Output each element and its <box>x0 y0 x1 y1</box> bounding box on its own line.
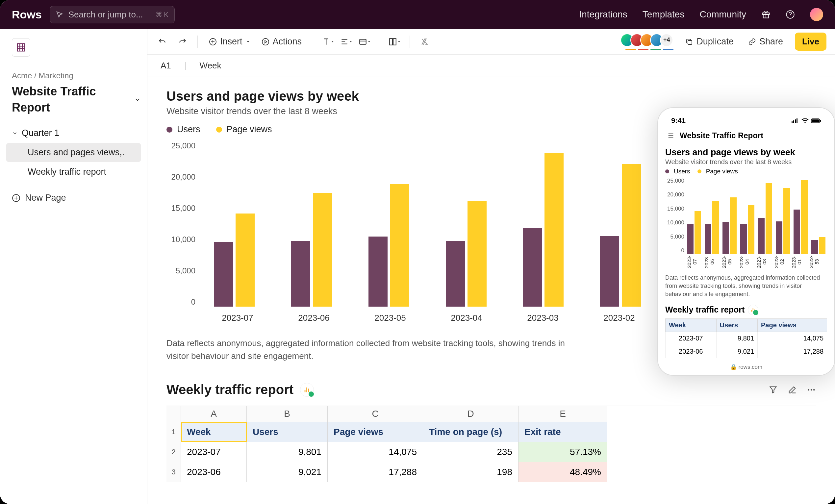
table-title: Weekly traffic report <box>166 382 293 397</box>
sidebar-section-quarter1[interactable]: Quarter 1 <box>6 123 141 143</box>
cell[interactable]: Page views <box>328 422 423 442</box>
cell-ref[interactable]: A1 <box>161 61 171 71</box>
svg-rect-20 <box>820 120 821 122</box>
nav-integrations[interactable]: Integrations <box>579 9 627 20</box>
svg-point-11 <box>808 389 810 390</box>
plus-circle-icon <box>12 194 20 202</box>
more-icon[interactable] <box>807 385 816 395</box>
svg-rect-14 <box>792 121 793 123</box>
battery-icon <box>811 118 821 123</box>
cell[interactable]: 57.13% <box>518 442 607 462</box>
section-label: Quarter 1 <box>22 128 59 138</box>
analytics-badge-icon <box>300 383 314 397</box>
cell[interactable]: Week <box>181 422 247 442</box>
col-header[interactable]: B <box>247 406 328 422</box>
phone-title: Website Traffic Report <box>680 131 763 140</box>
svg-point-6 <box>262 39 269 45</box>
top-nav: Integrations Templates Community <box>579 8 823 21</box>
doc-title[interactable]: Website Traffic Report <box>12 84 131 116</box>
nav-community[interactable]: Community <box>699 9 746 20</box>
help-icon[interactable] <box>786 10 795 19</box>
data-table[interactable]: A B C D E 1 Week Users Page views Time o… <box>166 406 816 482</box>
svg-rect-10 <box>688 40 692 44</box>
search-box[interactable]: Search or jump to... ⌘ K <box>50 6 175 23</box>
caret-down-icon <box>12 130 18 136</box>
avatar-more: +4 <box>660 34 673 47</box>
svg-point-12 <box>811 389 812 390</box>
actions-button[interactable]: Actions <box>259 34 305 49</box>
cell[interactable]: 48.49% <box>518 462 607 482</box>
svg-rect-16 <box>795 119 796 123</box>
phone-chart-sub: Website visitor trends over the last 8 w… <box>665 158 827 166</box>
sidebar-item-users-pages[interactable]: Users and pages views,. <box>6 143 141 162</box>
svg-rect-15 <box>793 120 794 123</box>
plus-circle-icon <box>209 38 217 46</box>
svg-point-13 <box>813 389 815 390</box>
svg-rect-8 <box>389 39 392 45</box>
formula-bar: A1 | Week <box>147 55 835 77</box>
chevron-down-icon[interactable] <box>134 96 141 103</box>
cell[interactable]: Users <box>247 422 328 442</box>
phone-chart-title: Users and page views by week <box>665 147 827 158</box>
cell[interactable]: 14,075 <box>328 442 423 462</box>
share-label: Share <box>759 37 783 47</box>
undo-button[interactable] <box>156 36 168 48</box>
nav-templates[interactable]: Templates <box>643 9 685 20</box>
svg-rect-17 <box>796 118 797 123</box>
legend-users: Users <box>177 124 200 135</box>
toolbar: Insert Actions +4 <box>147 29 835 55</box>
search-placeholder: Search or jump to... <box>68 9 143 20</box>
gift-icon[interactable] <box>761 10 771 19</box>
clear-format-button[interactable] <box>419 36 431 48</box>
edit-icon[interactable] <box>788 385 797 395</box>
col-header[interactable]: D <box>423 406 518 422</box>
format-button[interactable] <box>359 36 371 48</box>
cell[interactable]: Exit rate <box>518 422 607 442</box>
search-icon <box>56 11 63 18</box>
cell[interactable]: 17,288 <box>328 462 423 482</box>
sidebar: Acme / Marketing Website Traffic Report … <box>0 29 147 504</box>
col-header[interactable]: A <box>181 406 247 422</box>
spreadsheet-icon[interactable] <box>12 38 30 57</box>
align-button[interactable] <box>340 36 353 48</box>
cell[interactable]: 2023-06 <box>181 462 247 482</box>
cell[interactable]: 235 <box>423 442 518 462</box>
analytics-badge-icon <box>748 305 758 315</box>
insert-button[interactable]: Insert <box>206 34 253 49</box>
filter-icon[interactable] <box>769 385 778 395</box>
legend-pageviews: Page views <box>227 124 272 135</box>
cell[interactable]: Time on page (s) <box>423 422 518 442</box>
cell[interactable]: 2023-07 <box>181 442 247 462</box>
phone-table-title: Weekly traffic report <box>665 305 745 315</box>
new-page-button[interactable]: New Page <box>6 186 141 209</box>
col-header[interactable]: C <box>328 406 423 422</box>
caret-down-icon <box>246 39 250 44</box>
copy-icon <box>685 38 693 46</box>
phone-table: WeekUsersPage views 2023-079,80114,075 2… <box>665 319 827 358</box>
collaborator-avatars[interactable]: +4 <box>624 34 673 47</box>
text-format-button[interactable] <box>322 36 334 48</box>
chart-title: Users and page views by week <box>166 89 816 104</box>
wifi-icon <box>801 118 809 123</box>
duplicate-label: Duplicate <box>696 37 734 47</box>
logo: Rows <box>12 8 42 21</box>
col-header[interactable]: E <box>518 406 607 422</box>
insert-label: Insert <box>220 37 243 47</box>
layout-button[interactable] <box>389 36 401 48</box>
cell[interactable]: 198 <box>423 462 518 482</box>
play-circle-icon <box>262 38 269 46</box>
duplicate-button[interactable]: Duplicate <box>683 34 736 49</box>
cell-value[interactable]: Week <box>200 61 221 71</box>
svg-rect-19 <box>812 119 819 122</box>
svg-rect-9 <box>393 39 396 45</box>
cell[interactable]: 9,801 <box>247 442 328 462</box>
cell[interactable]: 9,021 <box>247 462 328 482</box>
sidebar-item-weekly-report[interactable]: Weekly traffic report <box>6 162 141 182</box>
user-avatar[interactable] <box>810 8 823 21</box>
menu-icon[interactable] <box>667 132 674 139</box>
breadcrumb[interactable]: Acme / Marketing <box>12 71 141 80</box>
share-button[interactable]: Share <box>746 34 786 49</box>
signal-icon <box>792 118 799 123</box>
live-button[interactable]: Live <box>795 33 827 51</box>
redo-button[interactable] <box>176 36 189 48</box>
